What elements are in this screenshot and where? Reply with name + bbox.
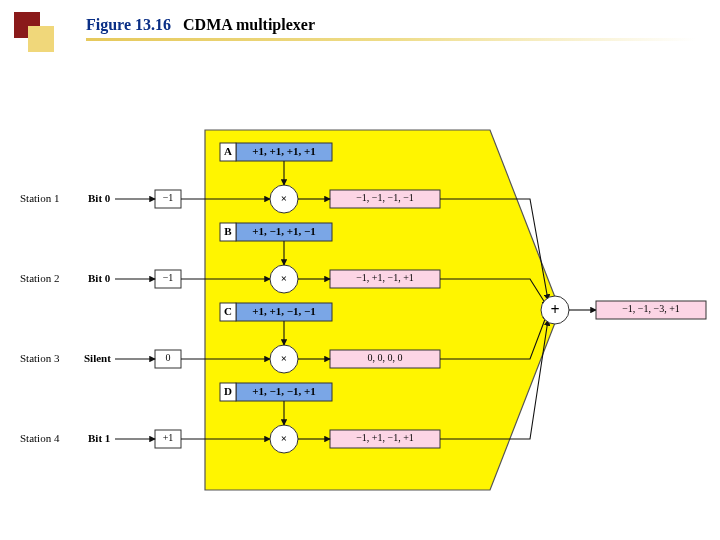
station-3-value: 0	[166, 352, 171, 363]
station-3-label: Station 3	[20, 352, 59, 364]
code-b-tag-text: B	[224, 225, 232, 237]
station-1-value: −1	[163, 192, 174, 203]
station-2-value: −1	[163, 272, 174, 283]
station-2-label: Station 2	[20, 272, 59, 284]
code-a-text: +1, +1, +1, +1	[252, 145, 316, 157]
mult-1-icon: ×	[281, 192, 287, 204]
code-d-tag-text: D	[224, 385, 232, 397]
mult-4-icon: ×	[281, 432, 287, 444]
code-a-tag-text: A	[224, 145, 232, 157]
station-1-input: Bit 0	[88, 192, 110, 204]
mult-2-icon: ×	[281, 272, 287, 284]
code-d-text: +1, −1, −1, +1	[252, 385, 316, 397]
add-icon: +	[550, 301, 559, 318]
product-3: 0, 0, 0, 0	[368, 352, 403, 363]
product-4: −1, +1, −1, +1	[356, 432, 414, 443]
code-b-text: +1, −1, +1, −1	[252, 225, 316, 237]
code-c-text: +1, +1, −1, −1	[252, 305, 316, 317]
mult-3-icon: ×	[281, 352, 287, 364]
station-2-input: Bit 0	[88, 272, 110, 284]
sum-text: −1, −1, −3, +1	[622, 303, 680, 314]
station-1-label: Station 1	[20, 192, 59, 204]
product-2: −1, +1, −1, +1	[356, 272, 414, 283]
code-c-tag-text: C	[224, 305, 232, 317]
cdma-diagram: −1 −1 0 +1 A +1, +1, +1, +1 B +1, −1, +1…	[0, 0, 720, 540]
station-4-input: Bit 1	[88, 432, 110, 444]
station-4-value: +1	[163, 432, 174, 443]
product-1: −1, −1, −1, −1	[356, 192, 414, 203]
station-4-label: Station 4	[20, 432, 59, 444]
station-3-input: Silent	[84, 352, 111, 364]
